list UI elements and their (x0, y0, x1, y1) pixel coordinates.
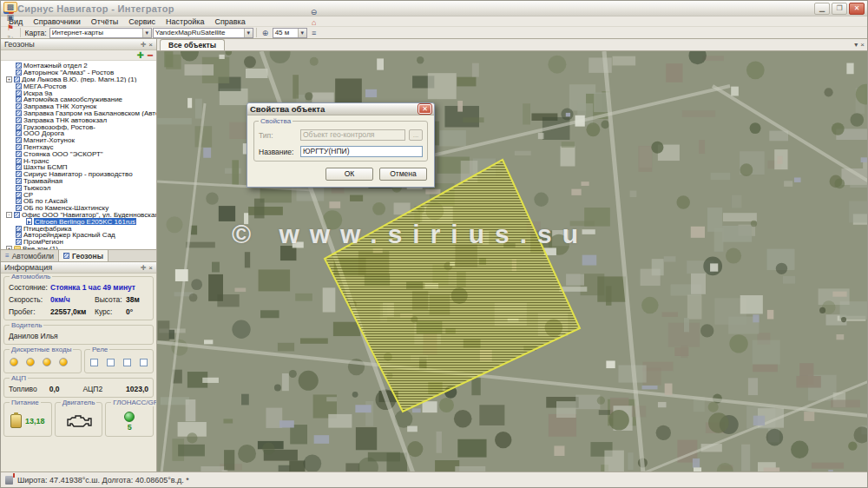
relay-checkbox[interactable] (123, 359, 131, 366)
geozone-icon (16, 124, 22, 130)
tree-item[interactable]: Сириус Навигатор - производство (3, 171, 156, 178)
dialog-titlebar[interactable]: Свойства объекта ✕ (247, 103, 434, 115)
object-properties-dialog: Свойства объекта ✕ Свойства Тип: Объект … (247, 102, 435, 188)
geozone-icon (16, 171, 22, 177)
name-field[interactable]: ЮРГТУ(НПИ) (300, 146, 423, 157)
geozones-panel-header: Геозоны ✛ × (1, 39, 156, 50)
close-button[interactable]: ✕ (849, 3, 865, 15)
map-search-icon[interactable]: ▣ (3, 12, 17, 23)
geozone-mode-icon[interactable]: ▩ (3, 2, 17, 12)
map-provider-select[interactable]: Интернет-карты ▼ (49, 28, 152, 38)
tree-item[interactable]: Тьюкоэл (3, 184, 156, 191)
expand-icon[interactable]: + (6, 76, 12, 82)
tree-item[interactable]: МЕГА-Ростов (3, 82, 156, 89)
pin-icon[interactable]: ✛ (141, 264, 147, 272)
tree-item[interactable]: Заправка Газпром на Баклановском (Автово… (3, 110, 156, 117)
expand-icon[interactable]: + (6, 246, 12, 249)
marker-icon[interactable]: ⚑ (3, 23, 17, 33)
menu-spravka[interactable]: Справка (210, 17, 249, 26)
map-layer-select[interactable]: YandexMapRuSatellite ▼ (153, 28, 253, 38)
cancel-button[interactable]: Отмена (379, 168, 427, 181)
browse-button[interactable]: ... (409, 129, 423, 141)
menu-servis[interactable]: Сервис (124, 17, 160, 26)
satellite-map[interactable]: © www.sirius.su Свойства объекта ✕ Свойс… (157, 51, 867, 472)
tree-item-label: ОБ по Каменск-Шахтинску (23, 205, 108, 212)
tree-item[interactable]: +Дом Лыкова В.Ю. (пер. Магн.12) (1) (3, 76, 156, 83)
zoom-scale-select[interactable]: 45 м ▼ (273, 28, 307, 38)
ok-button[interactable]: ОК (326, 168, 373, 181)
relay-checkbox[interactable] (90, 359, 98, 366)
tree-item-label: Дом Лыкова В.Ю. (пер. Магн.12) (1) (22, 76, 136, 83)
zoom-out-icon[interactable]: ⊖ (308, 7, 320, 17)
go-home-icon[interactable]: ⌂ (308, 17, 320, 28)
tab-dropdown-icon[interactable]: ▾ (854, 41, 858, 49)
mileage-value: 22557,0км (50, 307, 86, 316)
close-icon[interactable]: × (148, 41, 153, 49)
tree-item[interactable]: Стоянка ООО "ЭСКОРТ" (3, 150, 156, 157)
geozones-toolbar: ✚ ━ (1, 50, 156, 61)
geozone-icon (16, 63, 22, 69)
tab-geozones[interactable]: Геозоны (59, 250, 108, 261)
zoom-in-icon[interactable]: ⊕ (260, 28, 272, 38)
engine-group: Двигатель (55, 402, 103, 437)
geozone-icon (16, 83, 22, 89)
tree-item-label: Шахты БСМП (23, 164, 68, 171)
geozone-icon (16, 117, 22, 123)
tree-item[interactable]: Грузовозофф, Ростов- (3, 123, 156, 130)
dialog-close-icon[interactable]: ✕ (418, 104, 431, 114)
list-icon[interactable]: ≡ (308, 28, 320, 38)
tree-item[interactable]: Птицефабрика (3, 225, 156, 232)
geozone-icon (16, 144, 22, 150)
tree-item[interactable]: ОБ по г.Аксай (3, 198, 156, 205)
geozone-polygon[interactable] (325, 160, 580, 412)
tree-item[interactable]: СР (3, 191, 156, 198)
tree-item[interactable]: +Вне зон (1) (3, 246, 156, 249)
tree-item[interactable]: Магнит-Хотунок (3, 137, 156, 144)
tree-item[interactable]: Монтажный отдел 2 (3, 63, 156, 69)
tree-item-label: ОБ по г.Аксай (23, 198, 68, 205)
tab-vehicles[interactable]: ≡Автомобили (1, 250, 59, 261)
tree-item[interactable]: Искра 9а (3, 89, 156, 96)
tree-item[interactable]: Заправка ТНК Хотунок (3, 103, 156, 110)
tree-item[interactable]: ПромРегион (3, 239, 156, 246)
tree-item[interactable]: Н-транс (3, 157, 156, 164)
altitude-label: Высота: (95, 295, 126, 304)
chevron-down-icon[interactable]: ▼ (142, 29, 151, 37)
relay-checkbox[interactable] (140, 359, 148, 366)
tree-item[interactable]: ООО Дорога (3, 130, 156, 137)
pin-icon[interactable]: ✛ (141, 41, 147, 49)
tree-item[interactable]: ОБ по Каменск-Шахтинску (3, 205, 156, 212)
tab-close-icon[interactable]: × (860, 41, 865, 49)
tree-item[interactable]: Автомойка самообслуживание (3, 96, 156, 103)
menu-nastroyka[interactable]: Настройка (161, 17, 208, 26)
menu-spravochniki[interactable]: Справочники (29, 17, 85, 26)
state-label: Состояние: (9, 283, 50, 292)
map-tabbar: Все объекты ▾ × (157, 39, 867, 51)
adc2-label: АЦП2 (82, 385, 102, 393)
relay-checkbox[interactable] (107, 359, 115, 366)
tree-item-label: МЕГА-Ростов (23, 82, 67, 89)
minimize-button[interactable]: ▁ (814, 3, 830, 15)
map-provider-value: Интернет-карты (52, 29, 103, 36)
tree-item[interactable]: Авторынок "Алмаз" - Ростов (3, 69, 156, 76)
tab-all-objects[interactable]: Все объекты (160, 39, 225, 50)
chevron-down-icon[interactable]: ▼ (298, 29, 306, 37)
tree-item-label: ПромРегион (23, 239, 63, 246)
tree-item[interactable]: Пентхаус (3, 144, 156, 151)
add-geozone-button[interactable]: ✚ (137, 51, 144, 60)
remove-geozone-button[interactable]: ━ (148, 51, 153, 60)
tree-item[interactable]: Трамвайная (3, 178, 156, 185)
menu-otchety[interactable]: Отчёты (87, 17, 122, 26)
restore-button[interactable]: ❐ (832, 3, 847, 15)
close-icon[interactable]: × (148, 264, 153, 272)
satellite-count: 5 (128, 423, 132, 432)
tree-item[interactable]: Авторейнджер Красный Сад (3, 232, 156, 239)
tree-item[interactable]: Заправка ТНК автовокзал (3, 116, 156, 123)
tree-item[interactable]: -Офис ООО "Навигатор", ул. Буденновская,… (3, 212, 156, 219)
tree-item-label: Птицефабрика (23, 225, 71, 232)
collapse-icon[interactable]: - (6, 212, 12, 218)
tree-item[interactable]: Шахты БСМП (3, 164, 156, 171)
tree-item[interactable]: Citroen Berlingo E205KC 161rus (3, 218, 156, 225)
geozone-icon (16, 110, 22, 116)
chevron-down-icon[interactable]: ▼ (244, 29, 253, 37)
